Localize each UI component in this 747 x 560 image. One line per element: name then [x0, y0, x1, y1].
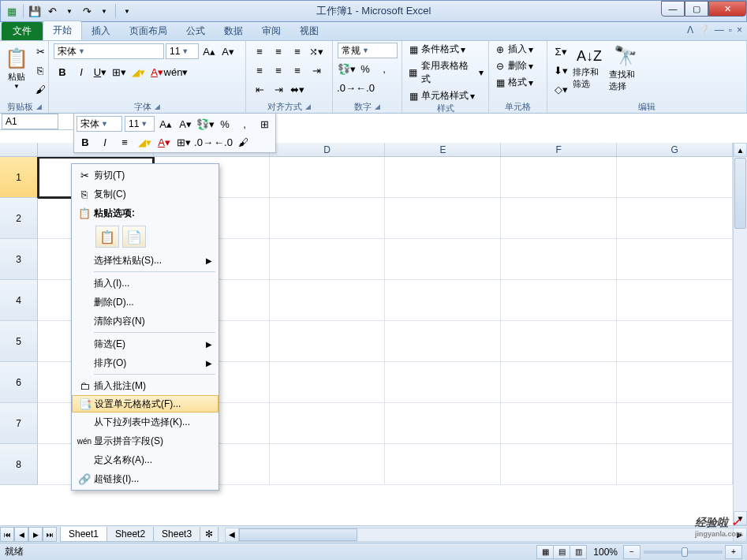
fill-color-button[interactable]: ◢▾: [129, 63, 147, 80]
pinyin-button[interactable]: wén▾: [167, 63, 185, 80]
view-normal-button[interactable]: ▦: [536, 545, 554, 559]
mini-fill-color[interactable]: ◢▾: [136, 134, 153, 150]
row-header[interactable]: 4: [0, 280, 38, 321]
view-pagebreak-button[interactable]: ▥: [570, 545, 587, 559]
mini-percent[interactable]: %: [216, 116, 233, 132]
ctx-format-cells[interactable]: 📑设置单元格格式(F)...: [72, 395, 218, 413]
font-dialog[interactable]: ◢: [155, 103, 160, 110]
excel-icon[interactable]: ▦: [4, 3, 20, 19]
mini-border2[interactable]: ⊞▾: [175, 134, 192, 150]
ctx-insert-comment[interactable]: 🗀插入批注(M): [72, 376, 218, 395]
row-header[interactable]: 1: [0, 157, 38, 198]
paste-option-all[interactable]: 📋: [95, 226, 119, 248]
border-button[interactable]: ⊞▾: [110, 63, 128, 80]
paste-button[interactable]: 📋 粘贴 ▼: [5, 43, 28, 95]
fill-button[interactable]: ⬇▾: [552, 62, 570, 79]
help-button[interactable]: ❔: [698, 24, 710, 35]
redo-dropdown[interactable]: ▼: [96, 3, 112, 19]
format-painter-button[interactable]: 🖌: [32, 80, 49, 98]
scroll-thumb[interactable]: [734, 158, 746, 229]
wrap-text-button[interactable]: ⇥: [308, 62, 325, 79]
mdi-close[interactable]: ×: [737, 24, 742, 35]
sheet-nav-next[interactable]: ▶: [28, 527, 43, 542]
col-header[interactable]: D: [270, 143, 386, 156]
qat-customize[interactable]: ▼: [119, 3, 135, 19]
ctx-paste-special[interactable]: 选择性粘贴(S)...▶: [72, 251, 218, 270]
clear-button[interactable]: ◇▾: [552, 80, 570, 98]
mini-borders[interactable]: ⊞: [256, 116, 273, 132]
comma-button[interactable]: ,: [375, 60, 393, 77]
ctx-sort[interactable]: 排序(O)▶: [72, 353, 218, 372]
delete-cells-button[interactable]: ⊖删除 ▾: [494, 59, 533, 73]
copy-button[interactable]: ⎘: [32, 62, 49, 79]
ctx-copy[interactable]: ⎘复制(C): [72, 185, 218, 203]
italic-button[interactable]: I: [73, 63, 90, 80]
number-format-combo[interactable]: 常规▼: [338, 43, 398, 58]
mini-shrink-font[interactable]: A▾: [177, 116, 194, 132]
currency-button[interactable]: 💱▾: [338, 60, 355, 77]
format-cells-button[interactable]: ▦格式 ▾: [494, 76, 533, 89]
undo-button[interactable]: ↶: [44, 3, 60, 19]
zoom-out-button[interactable]: −: [623, 545, 641, 559]
sort-filter-button[interactable]: A↓Z 排序和筛选: [573, 43, 606, 95]
row-header[interactable]: 5: [0, 321, 38, 362]
font-size-combo[interactable]: 11▼: [166, 43, 199, 59]
ctx-define-name[interactable]: 定义名称(A)...: [72, 450, 218, 469]
increase-indent-button[interactable]: ⇥: [270, 80, 287, 98]
mini-font-color[interactable]: A▾: [155, 134, 173, 150]
tab-file[interactable]: 文件: [2, 22, 43, 40]
row-header[interactable]: 7: [0, 403, 38, 444]
bold-button[interactable]: B: [54, 63, 71, 80]
align-left-button[interactable]: ≡: [251, 62, 268, 79]
align-dialog[interactable]: ◢: [305, 103, 311, 110]
align-bottom-button[interactable]: ≡: [289, 43, 306, 60]
tab-home[interactable]: 开始: [43, 21, 82, 40]
autosum-button[interactable]: Σ▾: [552, 43, 570, 60]
ribbon-minimize[interactable]: ᐱ: [687, 24, 693, 35]
vertical-scrollbar[interactable]: ▲ ▼: [733, 143, 747, 525]
mdi-minimize[interactable]: —: [715, 24, 724, 35]
mini-size-combo[interactable]: 11▼: [125, 116, 155, 132]
merge-button[interactable]: ⬌▾: [289, 80, 306, 98]
tab-data[interactable]: 数据: [215, 22, 252, 40]
tab-insert[interactable]: 插入: [82, 22, 120, 40]
percent-button[interactable]: %: [357, 60, 374, 77]
sheet-nav-first[interactable]: ⏮: [0, 527, 14, 542]
maximize-button[interactable]: ▢: [685, 1, 708, 17]
format-as-table-button[interactable]: ▦套用表格格式 ▾: [407, 59, 484, 86]
ctx-delete[interactable]: 删除(D)...: [72, 293, 218, 312]
sheet-tab-1[interactable]: Sheet1: [60, 527, 107, 542]
zoom-slider[interactable]: [644, 551, 723, 554]
sheet-nav-last[interactable]: ⏭: [43, 527, 57, 542]
scroll-up-button[interactable]: ▲: [734, 143, 747, 157]
mini-comma[interactable]: ,: [236, 116, 253, 132]
paste-option-values[interactable]: 📄: [122, 226, 146, 248]
view-layout-button[interactable]: ▤: [553, 545, 570, 559]
row-header[interactable]: 6: [0, 362, 38, 403]
row-header[interactable]: 2: [0, 198, 38, 239]
align-right-button[interactable]: ≡: [289, 62, 306, 79]
horizontal-scrollbar[interactable]: ◀ ▶: [225, 528, 747, 542]
mini-font-combo[interactable]: 宋体▼: [77, 116, 122, 132]
new-sheet-button[interactable]: ✻: [200, 527, 218, 542]
cut-button[interactable]: ✂: [32, 43, 49, 60]
ctx-cut[interactable]: ✂剪切(T): [72, 166, 218, 185]
row-header[interactable]: 8: [0, 444, 38, 485]
increase-decimal-button[interactable]: .0→: [338, 79, 355, 96]
orientation-button[interactable]: ⤭▾: [308, 43, 325, 60]
mini-dec-decimal[interactable]: ←.0: [215, 134, 232, 150]
align-top-button[interactable]: ≡: [251, 43, 268, 60]
ctx-insert[interactable]: 插入(I)...: [72, 274, 218, 293]
mdi-restore[interactable]: ▫: [729, 24, 732, 35]
zoom-level[interactable]: 100%: [593, 547, 618, 558]
tab-view[interactable]: 视图: [290, 22, 328, 40]
insert-cells-button[interactable]: ⊕插入 ▾: [494, 43, 533, 56]
ctx-hyperlink[interactable]: 🔗超链接(I)...: [72, 469, 218, 488]
col-header[interactable]: F: [501, 143, 617, 156]
col-header[interactable]: G: [617, 143, 733, 156]
undo-dropdown[interactable]: ▼: [62, 3, 77, 19]
mini-grow-font[interactable]: A▴: [157, 116, 174, 132]
align-center-button[interactable]: ≡: [270, 62, 287, 79]
sheet-tab-3[interactable]: Sheet3: [153, 527, 200, 542]
number-dialog[interactable]: ◢: [375, 103, 380, 110]
